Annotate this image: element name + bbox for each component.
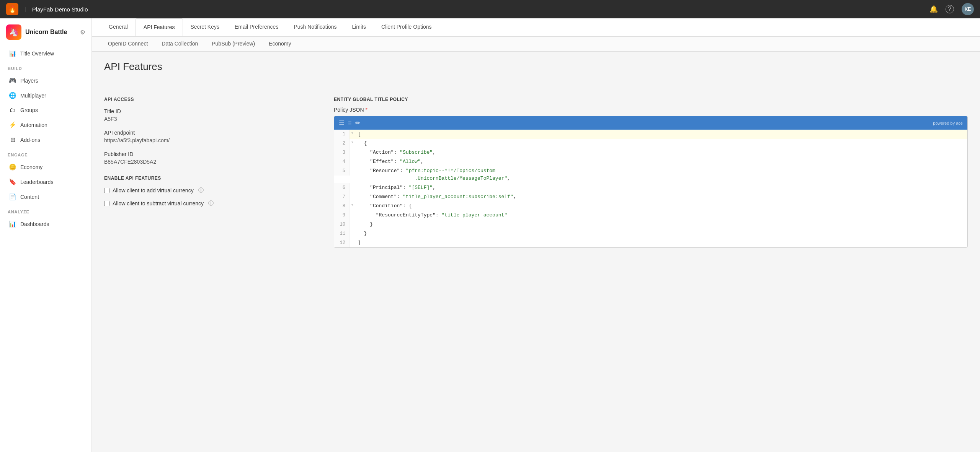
tab-openid-connect[interactable]: OpenID Connect — [101, 37, 155, 51]
sidebar-item-label: Groups — [20, 107, 38, 113]
sidebar-header: 🦄 Unicorn Battle ⚙ — [0, 18, 91, 46]
sidebar-item-dashboards[interactable]: 📊 Dashboards — [0, 216, 91, 231]
sidebar-item-content[interactable]: 📄 Content — [0, 189, 91, 204]
code-line: 5 "Resource": "pfrn:topic--*!*/Topics/cu… — [334, 166, 967, 183]
economy-icon: 🪙 — [9, 163, 16, 171]
sidebar-item-groups[interactable]: 🗂 Groups — [0, 103, 91, 117]
list-icon[interactable]: ≡ — [348, 120, 351, 127]
content-area: API ACCESS Title ID A5F3 API endpoint ht… — [92, 85, 980, 452]
sidebar-item-economy[interactable]: 🪙 Economy — [0, 159, 91, 174]
tab-economy[interactable]: Economy — [262, 37, 298, 51]
players-icon: 🎮 — [9, 77, 16, 84]
top-bar: 🔥 | PlayFab Demo Studio 🔔 ? KE — [0, 0, 980, 18]
studio-title: PlayFab Demo Studio — [32, 6, 88, 13]
sidebar-item-label: Players — [20, 78, 38, 84]
tab-limits[interactable]: Limits — [344, 18, 374, 36]
tab-push-notifications[interactable]: Push Notifications — [286, 18, 344, 36]
tab-secret-keys[interactable]: Secret Keys — [183, 18, 227, 36]
left-panel: API ACCESS Title ID A5F3 API endpoint ht… — [104, 97, 318, 452]
engage-section-label: ENGAGE — [0, 147, 91, 159]
game-logo: 🦄 — [6, 24, 21, 40]
add-virtual-currency-label: Allow client to add virtual currency — [113, 187, 194, 193]
tab-data-collection[interactable]: Data Collection — [155, 37, 205, 51]
second-tab-bar: OpenID Connect Data Collection PubSub (P… — [92, 37, 980, 52]
page-title: API Features — [92, 52, 980, 73]
sidebar-item-title-overview[interactable]: 📊 Title Overview — [0, 46, 91, 61]
code-line: 8 ▾ "Condition": { — [334, 202, 967, 211]
multiplayer-icon: 🌐 — [9, 92, 16, 99]
sidebar: 🦄 Unicorn Battle ⚙ 📊 Title Overview BUIL… — [0, 18, 92, 452]
pencil-icon[interactable]: ✏ — [355, 119, 360, 127]
app-logo: 🔥 — [6, 3, 18, 15]
sidebar-item-players[interactable]: 🎮 Players — [0, 73, 91, 88]
enable-api-features-label: ENABLE API FEATURES — [104, 176, 318, 181]
code-line: 12 ] — [334, 238, 967, 247]
code-line: 1 ▾ [ — [334, 130, 967, 139]
tab-client-profile-options[interactable]: Client Profile Options — [374, 18, 439, 36]
right-panel: ENTITY GLOBAL TITLE POLICY Policy JSON *… — [334, 97, 968, 452]
sidebar-item-label: Add-ons — [20, 137, 40, 143]
code-line: 6 "Principal": "[SELF]", — [334, 183, 967, 192]
tab-email-preferences[interactable]: Email Preferences — [227, 18, 286, 36]
info-icon-subtract-currency[interactable]: ⓘ — [208, 200, 214, 207]
tab-api-features[interactable]: API Features — [136, 18, 183, 37]
chart-icon: 📊 — [9, 50, 16, 57]
leaderboards-icon: 🔖 — [9, 178, 16, 185]
code-line: 7 "Comment": "title_player_account:subsc… — [334, 192, 967, 202]
sidebar-item-label: Economy — [20, 164, 42, 170]
policy-json-label: Policy JSON * — [334, 107, 968, 113]
code-editor-body[interactable]: 1 ▾ [ 2 ▾ { 3 — [334, 130, 967, 247]
bell-icon[interactable]: 🔔 — [929, 5, 938, 13]
code-line: 2 ▾ { — [334, 139, 967, 148]
tab-general[interactable]: General — [101, 18, 136, 36]
title-id-value: A5F3 — [104, 116, 318, 122]
ace-editor[interactable]: ☰ ≡ ✏ powered by ace 1 ▾ [ — [334, 116, 968, 248]
api-endpoint-value: https://a5f3.playfabapi.com/ — [104, 137, 318, 143]
addons-icon: ⊞ — [9, 136, 16, 143]
required-star: * — [366, 107, 368, 113]
subtract-virtual-currency-item: Allow client to subtract virtual currenc… — [104, 200, 318, 207]
tab-pubsub-preview[interactable]: PubSub (Preview) — [205, 37, 262, 51]
divider: | — [24, 6, 26, 12]
top-tab-bar: General API Features Secret Keys Email P… — [92, 18, 980, 37]
add-virtual-currency-checkbox[interactable] — [104, 188, 109, 193]
avatar[interactable]: KE — [962, 3, 974, 15]
analyze-section-label: ANALYZE — [0, 204, 91, 216]
subtract-virtual-currency-label: Allow client to subtract virtual currenc… — [113, 200, 204, 206]
hamburger-icon[interactable]: ☰ — [339, 119, 344, 127]
sidebar-item-label: Leaderboards — [20, 179, 53, 185]
content-icon: 📄 — [9, 193, 16, 200]
sidebar-item-leaderboards[interactable]: 🔖 Leaderboards — [0, 174, 91, 189]
powered-by-ace: powered by ace — [933, 121, 963, 125]
title-id-group: Title ID A5F3 — [104, 108, 318, 122]
help-icon[interactable]: ? — [946, 5, 954, 13]
sidebar-item-label: Automation — [20, 122, 47, 128]
code-line: 10 } — [334, 220, 967, 229]
publisher-id-group: Publisher ID B85A7CFE2803D5A2 — [104, 151, 318, 165]
game-title: Unicorn Battle — [25, 29, 67, 36]
code-line: 9 "ResourceEntityType": "title_player_ac… — [334, 211, 967, 220]
sidebar-item-multiplayer[interactable]: 🌐 Multiplayer — [0, 88, 91, 103]
layout: 🦄 Unicorn Battle ⚙ 📊 Title Overview BUIL… — [0, 0, 980, 452]
sidebar-item-automation[interactable]: ⚡ Automation — [0, 117, 91, 132]
groups-icon: 🗂 — [9, 107, 16, 114]
sidebar-item-addons[interactable]: ⊞ Add-ons — [0, 132, 91, 147]
publisher-id-label: Publisher ID — [104, 151, 318, 157]
automation-icon: ⚡ — [9, 121, 16, 128]
enable-api-features-section: ENABLE API FEATURES Allow client to add … — [104, 176, 318, 207]
entity-global-policy-label: ENTITY GLOBAL TITLE POLICY — [334, 97, 968, 102]
sidebar-item-label: Multiplayer — [20, 93, 46, 99]
ace-toolbar: ☰ ≡ ✏ powered by ace — [334, 116, 967, 130]
sidebar-item-label: Dashboards — [20, 221, 49, 227]
gear-icon[interactable]: ⚙ — [80, 29, 85, 36]
title-id-label: Title ID — [104, 108, 318, 114]
api-endpoint-label: API endpoint — [104, 130, 318, 136]
build-section-label: BUILD — [0, 61, 91, 73]
api-access-label: API ACCESS — [104, 97, 318, 102]
info-icon-add-currency[interactable]: ⓘ — [198, 187, 204, 194]
subtract-virtual-currency-checkbox[interactable] — [104, 201, 109, 206]
sidebar-item-label: Title Overview — [20, 50, 54, 57]
content-divider — [104, 79, 968, 79]
top-bar-icons: 🔔 ? KE — [929, 3, 974, 15]
code-line: 4 "Effect": "Allow", — [334, 157, 967, 166]
